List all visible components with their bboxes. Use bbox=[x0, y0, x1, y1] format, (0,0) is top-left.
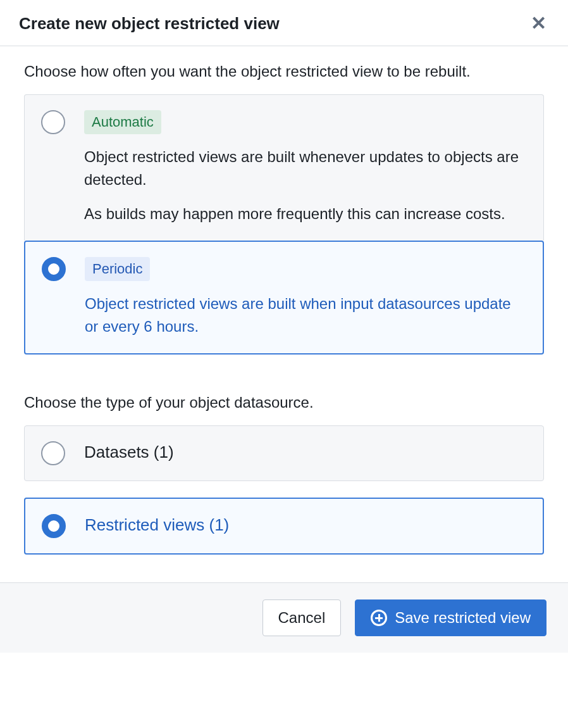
dialog-header: Create new object restricted view ✕ bbox=[0, 0, 568, 46]
rebuild-frequency-prompt: Choose how often you want the object res… bbox=[24, 63, 544, 80]
cancel-button-label: Cancel bbox=[278, 609, 326, 627]
save-button-label: Save restricted view bbox=[395, 609, 531, 627]
option-description: Object restricted views are built whenev… bbox=[84, 146, 527, 191]
datasource-option-datasets[interactable]: Datasets (1) bbox=[24, 425, 544, 481]
dialog-footer: Cancel Save restricted view bbox=[0, 582, 568, 653]
rebuild-option-periodic[interactable]: Periodic Object restricted views are bui… bbox=[24, 241, 544, 355]
close-icon[interactable]: ✕ bbox=[528, 11, 549, 35]
option-description: Object restricted views are built when i… bbox=[85, 292, 526, 338]
save-button[interactable]: Save restricted view bbox=[355, 599, 546, 636]
dialog-body: Choose how often you want the object res… bbox=[0, 46, 568, 582]
option-label: Datasets (1) bbox=[84, 441, 174, 462]
plus-circle-icon bbox=[371, 610, 387, 626]
datasource-type-prompt: Choose the type of your object datasourc… bbox=[24, 394, 544, 411]
create-restricted-view-dialog: Create new object restricted view ✕ Choo… bbox=[0, 0, 568, 653]
rebuild-frequency-options: Automatic Object restricted views are bu… bbox=[24, 94, 544, 355]
radio-checked-icon bbox=[42, 514, 66, 538]
periodic-tag: Periodic bbox=[85, 257, 150, 281]
option-content: Periodic Object restricted views are bui… bbox=[85, 257, 526, 338]
radio-checked-icon bbox=[42, 257, 66, 281]
option-description: As builds may happen more frequently thi… bbox=[84, 203, 527, 225]
dialog-title: Create new object restricted view bbox=[19, 14, 280, 34]
cancel-button[interactable]: Cancel bbox=[262, 599, 342, 636]
rebuild-option-automatic[interactable]: Automatic Object restricted views are bu… bbox=[24, 94, 544, 241]
automatic-tag: Automatic bbox=[84, 110, 161, 134]
option-content: Automatic Object restricted views are bu… bbox=[84, 110, 527, 225]
option-label: Restricted views (1) bbox=[85, 514, 229, 535]
radio-unchecked-icon bbox=[41, 110, 65, 134]
datasource-option-restricted-views[interactable]: Restricted views (1) bbox=[24, 498, 544, 555]
radio-unchecked-icon bbox=[41, 441, 65, 465]
